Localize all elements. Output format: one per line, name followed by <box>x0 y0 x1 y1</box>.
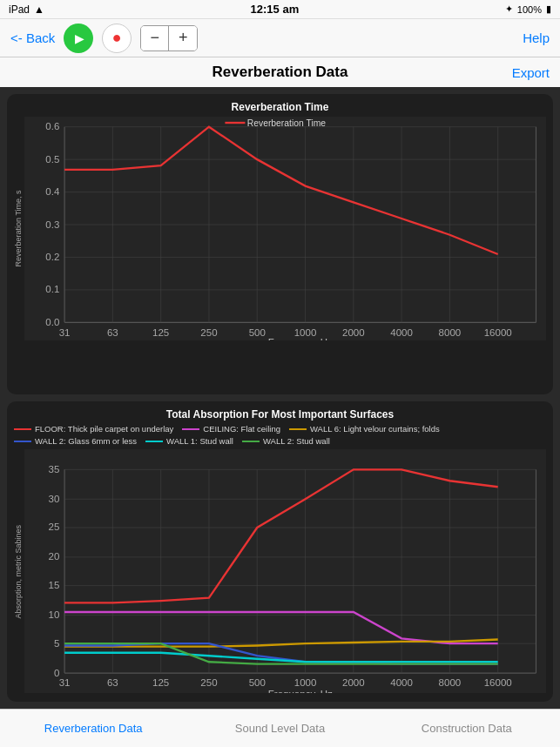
svg-text:Frequency, Hz: Frequency, Hz <box>268 336 333 340</box>
svg-text:8000: 8000 <box>439 676 462 688</box>
nav-left: <- Back − + <box>10 24 198 53</box>
svg-text:63: 63 <box>107 676 118 688</box>
svg-text:8000: 8000 <box>439 326 462 337</box>
svg-text:250: 250 <box>200 676 217 688</box>
svg-text:1000: 1000 <box>294 676 317 688</box>
svg-text:0.0: 0.0 <box>45 316 59 327</box>
legend-wall2glass-line <box>14 441 31 442</box>
legend-wall6: WALL 6: Light velour curtains; folds <box>289 424 440 434</box>
legend-ceiling-label: CEILING: Flat ceiling <box>203 424 280 434</box>
svg-text:2000: 2000 <box>342 326 365 337</box>
svg-rect-39 <box>24 449 546 693</box>
chart2-y-label: Absorption, metric Sabines <box>14 449 23 693</box>
legend-wall2glass-label: WALL 2: Glass 6mm or less <box>35 436 137 446</box>
reverberation-chart: Reverberation Time Reverberation Time, s <box>7 94 553 394</box>
svg-text:35: 35 <box>49 463 60 474</box>
svg-text:31: 31 <box>59 326 71 337</box>
battery-icon: ▮ <box>546 3 551 15</box>
svg-text:125: 125 <box>152 676 169 688</box>
tab-construction[interactable]: Construction Data <box>374 710 560 747</box>
svg-text:500: 500 <box>249 676 266 688</box>
record-button[interactable] <box>102 24 132 53</box>
svg-text:20: 20 <box>49 550 60 562</box>
svg-text:500: 500 <box>249 326 266 337</box>
status-left: iPad ▲ <box>9 3 44 16</box>
svg-text:4000: 4000 <box>390 326 413 337</box>
legend-wall2stud-line <box>242 441 260 442</box>
svg-rect-0 <box>24 117 546 340</box>
chart2-inner: 0 5 10 15 20 25 30 35 31 63 125 250 500 … <box>24 449 546 693</box>
svg-text:0.4: 0.4 <box>45 185 60 197</box>
legend-ceiling: CEILING: Flat ceiling <box>182 424 280 434</box>
legend-floor: FLOOR: Thick pile carpet on underlay <box>14 424 173 434</box>
legend-wall1-label: WALL 1: Stud wall <box>166 436 233 446</box>
play-button[interactable] <box>64 24 93 53</box>
export-button[interactable]: Export <box>512 65 550 80</box>
svg-text:0.2: 0.2 <box>45 251 59 262</box>
main-content: Reverberation Time Reverberation Time, s <box>0 87 560 709</box>
help-link[interactable]: Help <box>523 30 550 45</box>
svg-text:Reverberation Time: Reverberation Time <box>247 118 327 127</box>
status-right: ✦ 100% ▮ <box>505 3 551 15</box>
svg-text:25: 25 <box>49 521 60 532</box>
svg-text:63: 63 <box>107 326 118 337</box>
svg-text:15: 15 <box>49 579 60 590</box>
zoom-controls: − + <box>140 25 198 51</box>
legend-floor-label: FLOOR: Thick pile carpet on underlay <box>35 424 173 434</box>
svg-text:16000: 16000 <box>484 326 512 337</box>
svg-text:16000: 16000 <box>484 676 512 688</box>
page-title-bar: Reverberation Data Export <box>0 57 560 87</box>
legend-wall1-line <box>145 441 163 442</box>
svg-text:31: 31 <box>59 676 71 688</box>
page-title: Reverberation Data <box>213 64 348 81</box>
wifi-icon: ▲ <box>34 3 44 16</box>
tab-bar: Reverberation Data Sound Level Data Cons… <box>0 709 560 747</box>
ipad-label: iPad <box>9 3 30 16</box>
top-nav: <- Back − + Help <box>0 19 560 57</box>
absorption-chart: Total Absorption For Most Important Surf… <box>7 401 553 702</box>
chart2-title: Total Absorption For Most Important Surf… <box>14 408 546 421</box>
svg-text:125: 125 <box>152 326 169 337</box>
tab-sound-level[interactable]: Sound Level Data <box>186 710 373 747</box>
svg-text:0.3: 0.3 <box>45 218 59 229</box>
svg-text:0.5: 0.5 <box>45 153 59 165</box>
svg-text:4000: 4000 <box>390 676 413 688</box>
legend-wall2stud-label: WALL 2: Stud wall <box>263 436 330 446</box>
status-bar: iPad ▲ 12:15 am ✦ 100% ▮ <box>0 0 560 19</box>
legend-wall2stud: WALL 2: Stud wall <box>242 436 330 446</box>
chart2-legend: FLOOR: Thick pile carpet on underlay CEI… <box>14 424 546 446</box>
chart2-svg: 0 5 10 15 20 25 30 35 31 63 125 250 500 … <box>24 449 546 693</box>
svg-text:250: 250 <box>200 326 217 337</box>
legend-wall1: WALL 1: Stud wall <box>145 436 233 446</box>
svg-text:0.6: 0.6 <box>45 120 59 131</box>
tab-reverberation[interactable]: Reverberation Data <box>0 710 186 747</box>
svg-text:10: 10 <box>49 609 60 620</box>
chart1-inner: 0.0 0.1 0.2 0.3 0.4 0.5 0.6 31 63 125 25… <box>24 117 546 340</box>
zoom-out-button[interactable]: − <box>141 26 169 50</box>
legend-wall6-line <box>289 428 307 430</box>
bluetooth-icon: ✦ <box>505 3 513 15</box>
svg-text:5: 5 <box>54 637 59 649</box>
nav-right: Help <box>523 30 550 45</box>
chart2-area: Absorption, metric Sabines <box>14 449 546 693</box>
svg-text:2000: 2000 <box>342 676 365 688</box>
time-display: 12:15 am <box>251 3 300 16</box>
svg-text:30: 30 <box>49 493 60 504</box>
legend-wall6-label: WALL 6: Light velour curtains; folds <box>310 424 440 434</box>
chart1-area: Reverberation Time, s <box>14 117 546 340</box>
legend-floor-line <box>14 428 31 430</box>
chart1-title: Reverberation Time <box>14 101 546 113</box>
svg-text:Frequency, Hz: Frequency, Hz <box>268 688 333 693</box>
legend-ceiling-line <box>182 428 199 430</box>
battery-level: 100% <box>517 4 542 15</box>
zoom-in-button[interactable]: + <box>169 26 197 50</box>
back-button[interactable]: <- Back <box>10 30 55 45</box>
legend-wall2glass: WALL 2: Glass 6mm or less <box>14 436 137 446</box>
chart1-y-label: Reverberation Time, s <box>14 117 23 340</box>
svg-text:0.1: 0.1 <box>45 283 59 294</box>
chart1-svg: 0.0 0.1 0.2 0.3 0.4 0.5 0.6 31 63 125 25… <box>24 117 546 340</box>
